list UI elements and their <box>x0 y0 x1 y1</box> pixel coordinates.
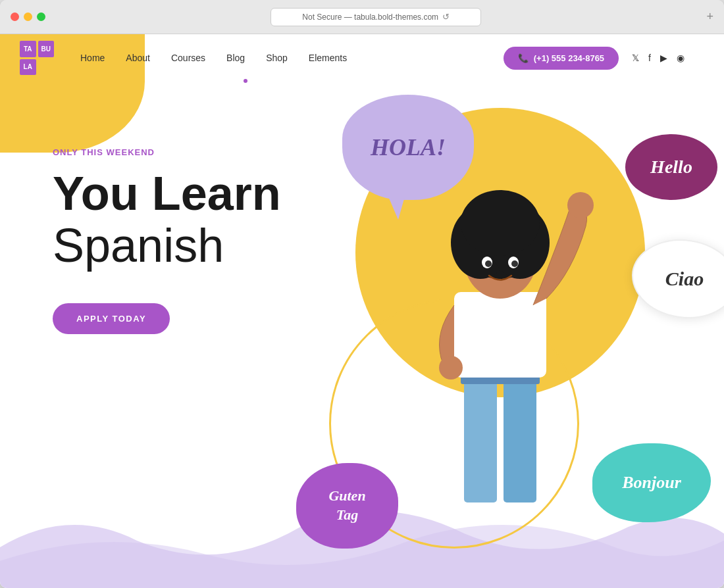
hola-text: HOLA! <box>371 134 446 161</box>
logo-cell-1: TA <box>20 41 36 57</box>
phone-icon: 📞 <box>518 53 529 63</box>
logo-cell-4 <box>38 59 55 76</box>
traffic-lights <box>11 12 45 21</box>
reload-icon[interactable]: ↺ <box>442 12 450 22</box>
phone-cta-button[interactable]: 📞 (+1) 555 234-8765 <box>504 47 619 70</box>
browser-toolbar: Not Secure — tabula.bold-themes.com ↺ + <box>0 0 724 34</box>
svg-point-10 <box>461 190 540 256</box>
bubble-bonjour: Bonjour <box>592 443 711 522</box>
logo-cell-2: BU <box>38 41 55 57</box>
add-tab-button[interactable]: + <box>706 10 713 24</box>
bubble-guten-tag: GutenTag <box>296 463 398 549</box>
nav-links: Home About Courses Blog Shop Elements <box>80 53 504 63</box>
nav-link-about[interactable]: About <box>126 53 150 63</box>
svg-rect-0 <box>464 378 497 502</box>
hero-title-line1: You Learn <box>53 167 281 220</box>
bubble-hello: Hello <box>625 134 717 200</box>
maximize-button[interactable] <box>37 12 45 21</box>
svg-point-4 <box>439 356 463 380</box>
browser-window: Not Secure — tabula.bold-themes.com ↺ + … <box>0 0 724 588</box>
hello-text: Hello <box>650 157 692 178</box>
nav-link-shop[interactable]: Shop <box>266 53 288 63</box>
hero-tagline: ONLY THIS WEEKEND <box>53 147 281 157</box>
bubble-hola: HOLA! <box>342 95 474 200</box>
logo[interactable]: TA BU LA <box>20 41 54 75</box>
ciao-text: Ciao <box>665 268 704 290</box>
svg-point-15 <box>567 192 594 218</box>
hero-title-line2: Spanish <box>53 219 224 272</box>
svg-rect-3 <box>454 292 546 378</box>
close-button[interactable] <box>11 12 19 21</box>
nav-link-courses[interactable]: Courses <box>171 53 205 63</box>
twitter-icon[interactable]: 𝕏 <box>632 53 639 63</box>
nav-link-home[interactable]: Home <box>80 53 105 63</box>
website-content: TA BU LA Home About Courses Blog Shop El… <box>0 34 724 588</box>
phone-number: (+1) 555 234-8765 <box>534 53 604 63</box>
guten-tag-text: GutenTag <box>328 487 365 524</box>
nav-link-elements[interactable]: Elements <box>309 53 347 63</box>
apply-today-button[interactable]: APPLY TODAY <box>53 303 170 334</box>
svg-point-13 <box>485 260 492 267</box>
hero-title: You Learn Spanish <box>53 168 281 272</box>
svg-rect-1 <box>504 378 536 502</box>
svg-point-14 <box>511 260 518 267</box>
url-text: Not Secure — tabula.bold-themes.com <box>302 12 438 22</box>
facebook-icon[interactable]: f <box>648 53 651 63</box>
youtube-icon[interactable]: ▶ <box>660 53 667 63</box>
bubble-ciao: Ciao <box>632 239 724 318</box>
social-icons: 𝕏 f ▶ ◉ <box>632 53 685 63</box>
logo-cell-3: LA <box>20 59 36 76</box>
address-bar[interactable]: Not Secure — tabula.bold-themes.com ↺ <box>271 8 481 26</box>
hero-illustration: HOLA! Hello Ciao Bonjour GutenTag <box>303 82 724 588</box>
nav-link-blog[interactable]: Blog <box>226 53 245 63</box>
bonjour-text: Bonjour <box>622 473 681 493</box>
person-illustration <box>401 174 599 502</box>
hero-text-content: ONLY THIS WEEKEND You Learn Spanish APPL… <box>53 95 281 334</box>
navigation: TA BU LA Home About Courses Blog Shop El… <box>0 34 724 82</box>
minimize-button[interactable] <box>24 12 32 21</box>
instagram-icon[interactable]: ◉ <box>677 53 685 63</box>
